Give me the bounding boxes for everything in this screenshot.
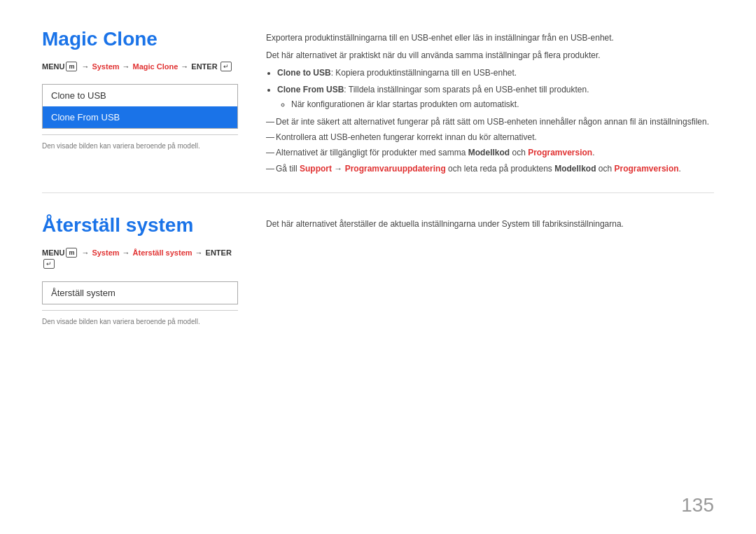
clone-from-usb-bold: Clone From USB	[277, 85, 344, 94]
left-divider	[42, 134, 238, 135]
programvaruuppdatering-link: Programvaruuppdatering	[345, 164, 446, 174]
enter-icon: ↵	[220, 62, 232, 71]
arrow2: →	[122, 62, 130, 71]
clone-from-usb-item[interactable]: Clone From USB	[43, 106, 237, 128]
aterstall-enter-icon: ↵	[43, 259, 55, 269]
aterstall-divider	[42, 310, 238, 311]
aterstall-arrow1: →	[81, 248, 89, 257]
bullet-clone-to-usb: Clone to USB: Kopiera produktinställning…	[277, 66, 714, 80]
aterstall-title: Återställ system	[42, 214, 238, 237]
desc-line-2: Det här alternativet är praktiskt när du…	[266, 49, 714, 62]
clone-to-usb-bold: Clone to USB	[277, 68, 331, 78]
menu-icon: m	[66, 62, 77, 71]
aterstall-menu-icon: m	[66, 248, 77, 258]
em-dash-2: Kontrollera att USB-enheten fungerar kor…	[266, 131, 714, 144]
magic-clone-right-panel: Exportera produktinställningarna till en…	[266, 28, 714, 178]
em-dash-4: Gå till Support → Programvaruuppdatering…	[266, 162, 714, 176]
menu-label: MENU	[42, 62, 64, 71]
arrow1: →	[81, 62, 89, 71]
em-dash-list: Det är inte säkert att alternativet fung…	[266, 115, 714, 176]
aterstall-left-panel: Återställ system MENU m → System → Åters…	[42, 214, 238, 325]
clone-from-usb-rest: : Tilldela inställningar som sparats på …	[344, 85, 589, 94]
page-number: 135	[681, 494, 714, 517]
page: Magic Clone MENU m → System → Magic Clon…	[0, 0, 756, 534]
em-dash-1: Det är inte säkert att alternativet fung…	[266, 115, 714, 129]
aterstall-ui-box: Återställ system	[42, 281, 238, 304]
clone-to-usb-rest: : Kopiera produktinställningarna till en…	[331, 68, 517, 78]
clone-to-usb-item[interactable]: Clone to USB	[43, 85, 237, 106]
arrow3: →	[181, 62, 188, 71]
magic-clone-left-panel: Magic Clone MENU m → System → Magic Clon…	[42, 28, 238, 178]
magic-clone-section: Magic Clone MENU m → System → Magic Clon…	[42, 28, 714, 178]
system-link: System	[92, 62, 119, 71]
magic-clone-bullet-list: Clone to USB: Kopiera produktinställning…	[277, 66, 714, 111]
em-dash-3: Alternativet är tillgängligt för produkt…	[266, 146, 714, 160]
desc-line-1: Exportera produktinställningarna till en…	[266, 31, 714, 45]
modellkod-1: Modellkod	[468, 148, 510, 157]
sub-bullet-1: När konfigurationen är klar startas prod…	[291, 98, 714, 111]
aterstall-arrow2: →	[122, 248, 130, 257]
section-divider	[42, 192, 714, 193]
programversion-2: Programversion	[615, 164, 679, 174]
aterstall-enter-label: ENTER	[206, 248, 232, 257]
aterstall-menu-path: MENU m → System → Återställ system → ENT…	[42, 248, 238, 269]
support-link: Support	[300, 164, 332, 174]
magic-clone-note: Den visade bilden kan variera beroende p…	[42, 142, 238, 150]
aterstall-system-item[interactable]: Återställ system	[43, 282, 237, 304]
aterstall-system-section: Återställ system MENU m → System → Åters…	[42, 214, 714, 325]
enter-label: ENTER	[191, 62, 217, 71]
aterstall-note: Den visade bilden kan variera beroende p…	[42, 318, 238, 325]
aterstall-link: Återställ system	[133, 248, 192, 257]
aterstall-right-panel: Det här alternativet återställer de aktu…	[266, 214, 714, 325]
bullet-clone-from-usb: Clone From USB: Tilldela inställningar s…	[277, 83, 714, 111]
magic-clone-ui-box: Clone to USB Clone From USB	[42, 84, 238, 129]
magic-clone-title: Magic Clone	[42, 28, 238, 50]
modellkod-2: Modellkod	[554, 164, 596, 174]
aterstall-arrow3: →	[195, 248, 203, 257]
magic-clone-menu-path: MENU m → System → Magic Clone → ENTER ↵	[42, 62, 238, 71]
clone-link: Magic Clone	[133, 62, 178, 71]
sub-bullet-list: När konfigurationen är klar startas prod…	[291, 98, 714, 111]
programversion-1: Programversion	[528, 148, 592, 157]
aterstall-description: Det här alternativet återställer de aktu…	[266, 218, 714, 231]
aterstall-system-link: System	[92, 248, 119, 257]
aterstall-menu-label: MENU	[42, 248, 64, 257]
